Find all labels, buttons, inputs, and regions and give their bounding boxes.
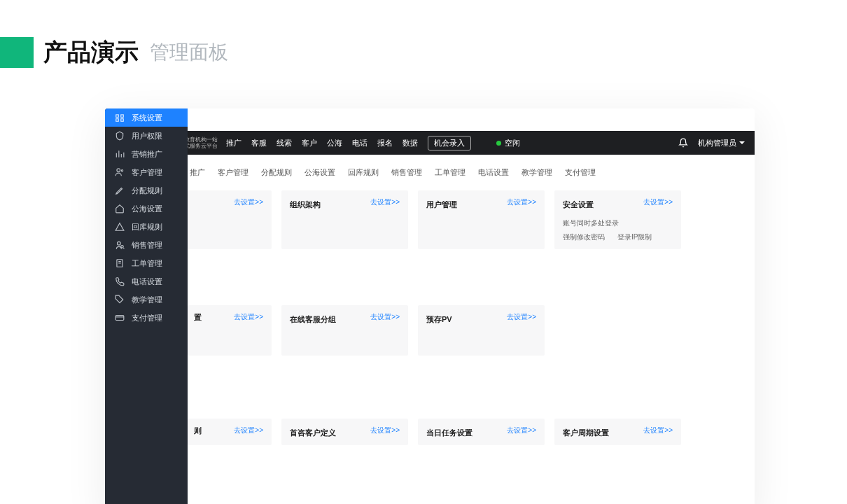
nav-promote[interactable]: 推广 <box>226 138 241 148</box>
sidebar-item-system-settings[interactable]: 系统设置 <box>105 108 188 127</box>
tab-return[interactable]: 回库规则 <box>343 164 384 181</box>
go-settings-link[interactable]: 去设置>> <box>507 312 536 322</box>
sidebar-item-label: 电话设置 <box>132 276 162 287</box>
svg-point-4 <box>117 169 120 172</box>
tab-sales[interactable]: 销售管理 <box>386 164 427 181</box>
top-nav: 推广 客服 线索 客户 公海 电话 报名 数据 <box>226 138 418 148</box>
main-content: 推广 客户管理 分配规则 公海设置 回库规则 销售管理 工单管理 电话设置 教学… <box>105 155 755 504</box>
bell-icon[interactable] <box>678 138 688 148</box>
tab-pool[interactable]: 公海设置 <box>300 164 340 181</box>
sidebar-item-pool-settings[interactable]: 公海设置 <box>105 200 188 218</box>
go-settings-link[interactable]: 去设置>> <box>234 197 263 207</box>
sidebar-item-label: 销售管理 <box>132 240 162 251</box>
card-sub-item: 账号同时多处登录 <box>563 218 673 228</box>
user-menu[interactable]: 机构管理员 <box>698 138 745 148</box>
status-indicator[interactable]: 空闲 <box>496 138 520 148</box>
card-title: 客户周期设置 <box>563 428 609 437</box>
house-icon <box>115 204 125 214</box>
card-title: 在线客服分组 <box>290 315 336 323</box>
tab-row: 推广 客户管理 分配规则 公海设置 回库规则 销售管理 工单管理 电话设置 教学… <box>185 155 734 190</box>
sidebar-item-return-rules[interactable]: 回库规则 <box>105 218 188 236</box>
go-settings-link[interactable]: 去设置>> <box>234 426 263 435</box>
sidebar-item-label: 客户管理 <box>132 167 162 178</box>
settings-card-partial-2: 置 去设置>> <box>188 305 272 356</box>
shield-icon <box>115 131 125 141</box>
sidebar-item-label: 营销推广 <box>132 149 162 160</box>
user-icon <box>115 167 125 177</box>
status-text: 空闲 <box>505 138 520 148</box>
chart-icon <box>115 149 125 159</box>
nav-data[interactable]: 数据 <box>402 138 418 148</box>
status-dot-icon <box>496 141 501 146</box>
svg-rect-0 <box>116 115 119 118</box>
triangle-icon <box>115 222 125 232</box>
card-icon <box>115 313 125 323</box>
card-title: 首咨客户定义 <box>290 428 336 437</box>
settings-card-online-group: 在线客服分组 去设置>> <box>281 305 408 356</box>
go-settings-link[interactable]: 去设置>> <box>643 197 673 207</box>
sidebar-item-ticket-management[interactable]: 工单管理 <box>105 254 188 272</box>
tab-promote[interactable]: 推广 <box>185 164 210 181</box>
card-row-3: 则 去设置>> 首咨客户定义 去设置>> 当日任务设置 去设置>> 客户周期设置… <box>189 419 734 473</box>
search-user-icon <box>115 240 125 250</box>
pencil-icon <box>115 186 125 195</box>
chevron-down-icon <box>739 141 745 144</box>
user-label: 机构管理员 <box>698 138 736 148</box>
tab-phone[interactable]: 电话设置 <box>473 164 514 181</box>
svg-rect-2 <box>116 119 119 122</box>
sidebar-item-payment-management[interactable]: 支付管理 <box>105 309 188 327</box>
sidebar-item-label: 分配规则 <box>132 186 162 196</box>
tab-customer[interactable]: 客户管理 <box>213 164 253 181</box>
go-settings-link[interactable]: 去设置>> <box>234 312 263 322</box>
svg-point-5 <box>121 170 122 172</box>
sidebar-item-customer-management[interactable]: 客户管理 <box>105 163 188 181</box>
page-heading: 产品演示 管理面板 <box>0 36 847 69</box>
sidebar-item-sales-management[interactable]: 销售管理 <box>105 236 188 254</box>
heading-accent <box>0 37 34 68</box>
sidebar-item-teaching-management[interactable]: 教学管理 <box>105 290 188 309</box>
sidebar-item-label: 工单管理 <box>132 258 162 269</box>
sidebar-item-assignment-rules[interactable]: 分配规则 <box>105 181 188 200</box>
settings-card-security: 安全设置 去设置>> 账号同时多处登录 强制修改密码 登录IP限制 <box>554 190 681 249</box>
tab-ticket[interactable]: 工单管理 <box>430 164 470 181</box>
sidebar-item-label: 公海设置 <box>132 204 162 214</box>
phone-icon <box>115 276 125 286</box>
nav-phone[interactable]: 电话 <box>352 138 368 148</box>
tab-teaching[interactable]: 教学管理 <box>517 164 557 181</box>
settings-card-customer-cycle: 客户周期设置 去设置>> <box>554 419 681 445</box>
tab-assignment[interactable]: 分配规则 <box>256 164 297 181</box>
header-right: 机构管理员 <box>678 138 745 148</box>
app-header: 云朵CRM 教育机构一站 式服务云平台 推广 客服 线索 客户 公海 电话 报名… <box>105 131 755 155</box>
settings-card-partial-1: 去设置>> <box>188 190 272 249</box>
go-settings-link[interactable]: 去设置>> <box>370 312 400 322</box>
card-title: 安全设置 <box>563 200 594 209</box>
sidebar: 系统设置 用户权限 营销推广 客户管理 分配规则 公海设置 <box>105 108 188 504</box>
tab-payment[interactable]: 支付管理 <box>560 164 601 181</box>
svg-point-6 <box>118 241 121 245</box>
go-settings-link[interactable]: 去设置>> <box>507 426 536 435</box>
sidebar-item-marketing[interactable]: 营销推广 <box>105 145 188 163</box>
sidebar-item-phone-settings[interactable]: 电话设置 <box>105 272 188 290</box>
svg-point-7 <box>121 246 124 248</box>
sidebar-item-label: 用户权限 <box>132 131 162 141</box>
go-settings-link[interactable]: 去设置>> <box>370 426 400 435</box>
go-settings-link[interactable]: 去设置>> <box>507 197 536 207</box>
settings-card-first-consult: 首咨客户定义 去设置>> <box>281 419 408 445</box>
doc-icon <box>115 258 125 268</box>
go-settings-link[interactable]: 去设置>> <box>370 197 400 207</box>
card-title: 当日任务设置 <box>426 428 472 437</box>
card-row-1: 去设置>> 组织架构 去设置>> 用户管理 去设置>> 安全设置 去设置>> <box>189 190 734 277</box>
sidebar-item-label: 教学管理 <box>132 295 162 305</box>
settings-card-partial-3: 则 去设置>> <box>188 419 272 445</box>
nav-leads[interactable]: 线索 <box>276 138 292 148</box>
sidebar-item-user-permissions[interactable]: 用户权限 <box>105 127 188 145</box>
nav-service[interactable]: 客服 <box>251 138 267 148</box>
go-settings-link[interactable]: 去设置>> <box>643 426 673 435</box>
svg-rect-1 <box>121 115 124 118</box>
settings-card-daily-task: 当日任务设置 去设置>> <box>418 419 545 445</box>
nav-pool[interactable]: 公海 <box>327 138 342 148</box>
nav-signup[interactable]: 报名 <box>377 138 393 148</box>
nav-customer[interactable]: 客户 <box>302 138 317 148</box>
record-opportunity-button[interactable]: 机会录入 <box>428 136 471 150</box>
settings-card-user: 用户管理 去设置>> <box>418 190 545 249</box>
